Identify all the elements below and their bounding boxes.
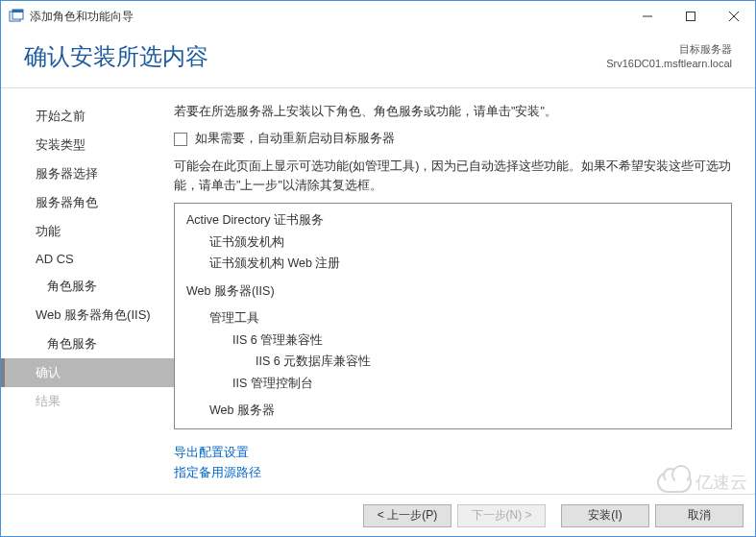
sidebar-item-10: 结果 [1,387,174,416]
sidebar-item-6[interactable]: 角色服务 [1,272,174,301]
auto-restart-row[interactable]: 如果需要，自动重新启动目标服务器 [174,131,732,147]
tree-node: 应用程序开发 [179,427,727,430]
maximize-button[interactable] [669,2,712,31]
tree-node: Web 服务器(IIS) [179,281,727,303]
target-server-label: 目标服务器 [606,42,732,57]
target-server-name: Srv16DC01.msftlearn.local [606,57,732,71]
window-buttons [625,2,755,31]
alt-source-link[interactable]: 指定备用源路径 [174,466,261,479]
target-server-info: 目标服务器 Srv16DC01.msftlearn.local [606,42,732,72]
note-text: 可能会在此页面上显示可选功能(如管理工具)，因为已自动选择这些功能。如果不希望安… [174,157,732,195]
page-title: 确认安装所选内容 [24,41,208,72]
app-icon [9,9,24,24]
wizard-main: 若要在所选服务器上安装以下角色、角色服务或功能，请单击"安装"。 如果需要，自动… [174,88,755,479]
previous-button[interactable]: < 上一步(P) [363,504,451,527]
sidebar-item-4[interactable]: 功能 [1,217,174,246]
cancel-button[interactable]: 取消 [655,504,744,527]
sidebar-item-0[interactable]: 开始之前 [1,102,174,131]
window-title: 添加角色和功能向导 [30,9,625,25]
install-button[interactable]: 安装(I) [561,504,649,527]
tree-node: Web 服务器 [179,400,727,422]
close-button[interactable] [712,2,755,31]
sidebar-item-2[interactable]: 服务器选择 [1,159,174,188]
tree-node: IIS 6 管理兼容性 [179,330,727,352]
sidebar-item-8[interactable]: 角色服务 [1,330,174,358]
tree-node: Active Directory 证书服务 [179,209,727,232]
auto-restart-label: 如果需要，自动重新启动目标服务器 [195,131,395,147]
export-config-link[interactable]: 导出配置设置 [174,446,249,459]
tree-node: 证书颁发机构 [179,232,727,254]
auto-restart-checkbox[interactable] [174,133,187,146]
config-links: 导出配置设置 指定备用源路径 [174,443,732,484]
tree-node: IIS 6 元数据库兼容性 [179,351,727,373]
wizard-header: 确认安装所选内容 目标服务器 Srv16DC01.msftlearn.local [1,32,755,88]
sidebar-item-1[interactable]: 安装类型 [1,131,174,159]
confirmation-tree[interactable]: Active Directory 证书服务证书颁发机构证书颁发机构 Web 注册… [174,203,732,429]
wizard-sidebar: 开始之前安装类型服务器选择服务器角色功能AD CS角色服务Web 服务器角色(I… [1,88,174,479]
minimize-button[interactable] [625,2,669,31]
sidebar-item-5[interactable]: AD CS [1,246,174,272]
sidebar-item-7[interactable]: Web 服务器角色(IIS) [1,301,174,330]
tree-node: IIS 管理控制台 [179,373,727,395]
sidebar-item-9[interactable]: 确认 [1,358,174,387]
svg-rect-4 [686,12,695,21]
titlebar: 添加角色和功能向导 [1,1,755,32]
sidebar-item-3[interactable]: 服务器角色 [1,188,174,217]
wizard-footer: < 上一步(P) 下一步(N) > 安装(I) 取消 [1,494,755,536]
tree-node: 证书颁发机构 Web 注册 [179,253,727,275]
next-button: 下一步(N) > [457,504,546,527]
intro-text: 若要在所选服务器上安装以下角色、角色服务或功能，请单击"安装"。 [174,102,732,121]
tree-node: 管理工具 [179,307,727,330]
svg-rect-2 [12,10,23,12]
